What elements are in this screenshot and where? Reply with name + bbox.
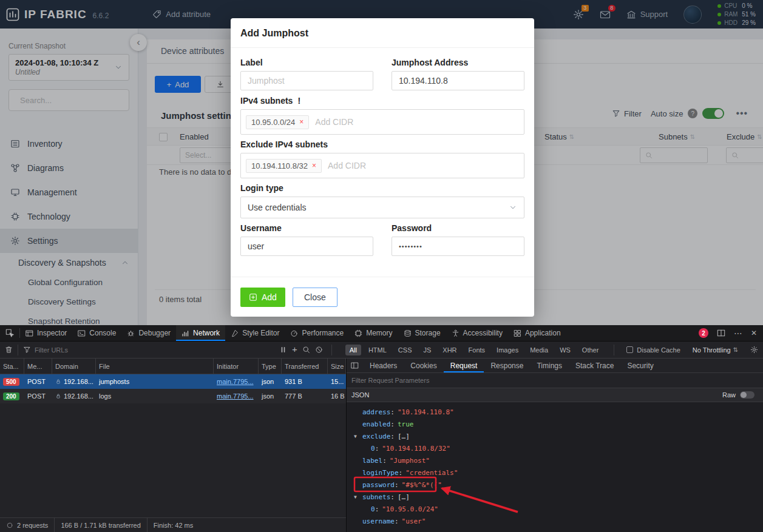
screen: IP FABRIC 6.6.2 Add attribute 3 8 [0,0,763,532]
json-tree-row: 0:"10.194.110.8/32" [347,442,763,454]
details-tab-response[interactable]: Response [484,359,530,372]
net-column-type[interactable]: Type [259,359,282,374]
throttling-value: No Throttling [693,346,731,354]
raw-toggle-wrap: Raw [722,391,758,399]
login-type-select[interactable]: Use credentials [240,197,524,218]
devtools-tab-storage[interactable]: Storage [398,325,446,341]
username-input[interactable] [240,237,373,256]
checkbox-icon [626,346,633,353]
initiator-link[interactable]: main.7795... [217,378,254,385]
login-type-value: Use credentials [248,203,307,212]
request-filter-html[interactable]: HTML [364,345,391,355]
net-column-initiator[interactable]: Initiator [214,359,259,374]
json-value: […] [398,433,410,440]
json-key: subnets [362,493,390,501]
console-icon [78,329,86,337]
details-tab-stack-trace[interactable]: Stack Trace [569,359,620,372]
json-value: "#$%^&*((" [402,481,442,489]
raw-toggle[interactable] [740,391,755,399]
disable-cache-checkbox[interactable]: Disable Cache [626,346,680,354]
updown-icon: ⇅ [733,346,738,353]
json-value: "Jumphost" [390,457,430,465]
size-cell: 16 B [328,392,346,400]
clear-requests-icon[interactable] [5,346,13,354]
status-cell: 500 [0,378,24,386]
search-icon[interactable] [302,346,310,354]
initiator-cell: main.7795... [214,378,259,385]
file-cell: logs [96,392,214,400]
password-input[interactable] [392,237,524,256]
details-tab-timings[interactable]: Timings [530,359,569,372]
devtools-tab-console[interactable]: Console [72,325,121,341]
devtools-tab-inspector[interactable]: Inspector [20,325,72,341]
details-tab-headers[interactable]: Headers [363,359,404,372]
filter-request-parameters-input[interactable] [351,377,758,384]
login-type-label: Login type [240,183,524,193]
json-value: "credentials" [405,469,458,477]
error-count-badge[interactable]: 2 [699,328,708,338]
net-column-me[interactable]: Me... [24,359,52,374]
request-filter-other[interactable]: Other [578,345,603,355]
modal-add-button[interactable]: Add [240,288,285,307]
json-value: "10.194.110.8/32" [382,445,450,453]
exclude-tag-value: 10.194.110.8/32 [251,161,308,170]
devtools-tab-label: Accessibility [463,329,503,337]
devtools-tab-style-editor[interactable]: Style Editor [225,325,285,341]
jumphost-address-input[interactable] [392,71,524,90]
json-key: password [362,481,395,489]
domain-cell: 192.168... [52,392,96,400]
devtools-tab-accessibility[interactable]: Accessibility [446,325,508,341]
details-tab-request[interactable]: Request [444,359,484,372]
modal-close-button[interactable]: Close [293,288,337,307]
initiator-link[interactable]: main.7795... [217,392,254,400]
details-tab-security[interactable]: Security [620,359,660,372]
net-column-size[interactable]: Size [328,359,346,374]
network-settings-gear-icon[interactable] [750,346,758,354]
split-console-icon[interactable] [717,329,725,337]
filter-urls-box[interactable] [23,346,274,354]
devtools-tab-memory[interactable]: Memory [349,325,398,341]
request-filter-all[interactable]: All [345,345,361,355]
request-row[interactable]: 500POST192.168...jumphostsmain.7795...js… [0,374,346,389]
net-column-domain[interactable]: Domain [52,359,96,374]
devtools-tab-application[interactable]: Application [508,325,566,341]
net-column-sta[interactable]: Sta... [0,359,24,374]
devtools-tab-debugger[interactable]: Debugger [121,325,176,341]
request-filter-ws[interactable]: WS [555,345,575,355]
request-filter-fonts[interactable]: Fonts [464,345,490,355]
expander-icon[interactable]: ▼ [354,434,357,439]
devtools-close-icon[interactable]: ✕ [751,329,757,337]
pause-icon[interactable] [279,346,287,354]
expander-icon[interactable]: ▼ [354,494,357,500]
modal-footer: Add Close [231,277,534,317]
label-input[interactable] [240,71,373,90]
devtools-tab-network[interactable]: Network [176,325,225,341]
net-column-transferred[interactable]: Transferred [282,359,328,374]
request-filter-css[interactable]: CSS [394,345,416,355]
request-filter-js[interactable]: JS [419,345,435,355]
request-filter-xhr[interactable]: XHR [438,345,461,355]
json-value: […] [398,493,410,501]
filter-urls-input[interactable] [35,346,274,354]
add-cidr-placeholder: Add CIDR [315,117,353,127]
storage-icon [404,329,412,337]
request-filter-images[interactable]: Images [492,345,523,355]
request-row[interactable]: 200POST192.168...logsmain.7795...json777… [0,389,346,403]
json-tree-row: address:"10.194.110.8" [347,406,763,418]
remove-tag-icon[interactable]: × [299,118,304,126]
remove-tag-icon[interactable]: × [312,162,316,169]
devtools-tab-performance[interactable]: Performance [285,325,349,341]
json-tree-row: username:"user" [347,515,763,527]
devtools-menu-icon[interactable]: ⋯ [734,328,742,338]
throttling-select[interactable]: No Throttling ⇅ [693,346,738,354]
new-request-icon[interactable]: + [292,345,297,354]
pick-element-icon[interactable] [0,325,19,341]
net-column-file[interactable]: File [96,359,214,374]
block-icon[interactable] [315,346,323,354]
panel-toggle-icon[interactable] [347,359,363,372]
request-filter-media[interactable]: Media [526,345,552,355]
exclude-multiselect[interactable]: 10.194.110.8/32 × Add CIDR [240,153,524,178]
details-tab-cookies[interactable]: Cookies [404,359,443,372]
devtools-tabbar: InspectorConsoleDebuggerNetworkStyle Edi… [0,325,763,342]
subnets-multiselect[interactable]: 10.95.0.0/24 × Add CIDR [240,109,524,135]
